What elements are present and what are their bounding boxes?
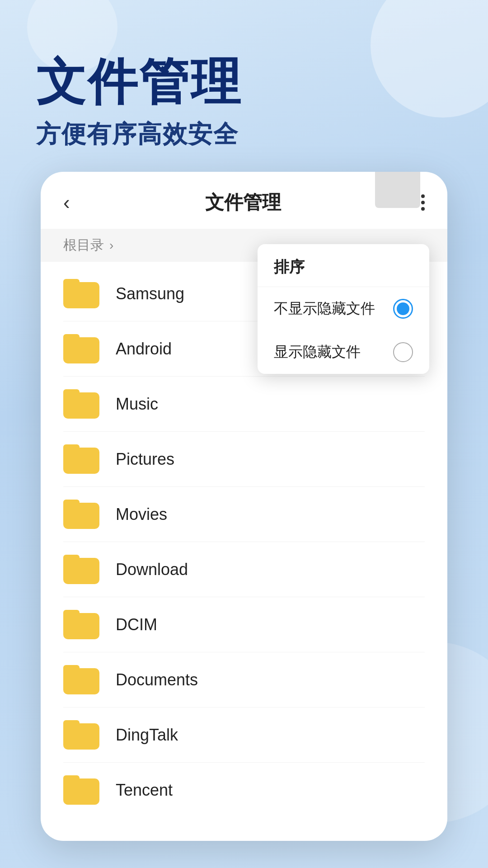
file-item[interactable]: Documents bbox=[41, 652, 447, 707]
folder-body bbox=[63, 282, 99, 308]
dropdown-item-show-hidden[interactable]: 显示隐藏文件 bbox=[258, 330, 429, 374]
folder-icon bbox=[63, 444, 99, 474]
file-name: DingTalk bbox=[116, 726, 178, 745]
radio-inner-dot bbox=[397, 302, 409, 315]
folder-icon bbox=[63, 334, 99, 363]
radio-hide-hidden-selected[interactable] bbox=[393, 299, 413, 319]
folder-body bbox=[63, 448, 99, 474]
folder-body bbox=[63, 723, 99, 750]
file-name: Pictures bbox=[116, 450, 174, 469]
folder-icon bbox=[63, 279, 99, 308]
header-section: 文件管理 方便有序高效安全 bbox=[0, 0, 488, 178]
file-name: Android bbox=[116, 340, 172, 359]
main-title: 文件管理 bbox=[36, 54, 452, 109]
phone-mockup: ‹ 文件管理 根目录 › 排序 不显示隐藏文件 显示隐藏文件 SamsungAn… bbox=[41, 172, 447, 841]
file-item[interactable]: DingTalk bbox=[41, 708, 447, 762]
radio-show-hidden-unselected[interactable] bbox=[393, 342, 413, 362]
folder-icon bbox=[63, 389, 99, 419]
folder-body bbox=[63, 503, 99, 529]
folder-icon bbox=[63, 775, 99, 805]
folder-icon bbox=[63, 665, 99, 694]
folder-icon bbox=[63, 500, 99, 529]
more-dot-2 bbox=[421, 201, 425, 204]
back-button[interactable]: ‹ bbox=[63, 191, 70, 214]
hide-hidden-label: 不显示隐藏文件 bbox=[274, 299, 375, 319]
breadcrumb-arrow: › bbox=[109, 238, 113, 253]
file-item[interactable]: Music bbox=[41, 377, 447, 431]
folder-icon bbox=[63, 720, 99, 750]
file-item[interactable]: DCIM bbox=[41, 597, 447, 652]
sub-title: 方便有序高效安全 bbox=[36, 118, 452, 151]
file-name: Download bbox=[116, 560, 188, 579]
app-bar: ‹ 文件管理 bbox=[41, 172, 447, 229]
file-name: Music bbox=[116, 395, 158, 414]
folder-icon bbox=[63, 610, 99, 639]
dropdown-header-text: 排序 bbox=[274, 258, 305, 275]
folder-body bbox=[63, 337, 99, 363]
file-item[interactable]: Download bbox=[41, 542, 447, 597]
file-item[interactable]: Movies bbox=[41, 487, 447, 542]
app-bar-title: 文件管理 bbox=[84, 190, 403, 215]
dropdown-menu: 排序 不显示隐藏文件 显示隐藏文件 bbox=[258, 244, 429, 374]
more-options-button[interactable] bbox=[421, 194, 425, 211]
more-dot-3 bbox=[421, 207, 425, 211]
folder-body bbox=[63, 558, 99, 584]
file-name: Tencent bbox=[116, 781, 173, 800]
file-name: Documents bbox=[116, 670, 198, 689]
folder-body bbox=[63, 392, 99, 419]
file-name: Movies bbox=[116, 505, 167, 524]
file-item[interactable]: Tencent bbox=[41, 763, 447, 817]
folder-icon bbox=[63, 555, 99, 584]
folder-body bbox=[63, 778, 99, 805]
folder-body bbox=[63, 668, 99, 694]
folder-body bbox=[63, 613, 99, 639]
file-name: DCIM bbox=[116, 615, 157, 634]
file-name: Samsung bbox=[116, 284, 184, 303]
breadcrumb-text: 根目录 bbox=[63, 236, 104, 255]
file-item[interactable]: Pictures bbox=[41, 432, 447, 486]
dropdown-header: 排序 bbox=[258, 244, 429, 287]
more-dot-1 bbox=[421, 194, 425, 198]
show-hidden-label: 显示隐藏文件 bbox=[274, 342, 361, 362]
dropdown-item-hide-hidden[interactable]: 不显示隐藏文件 bbox=[258, 287, 429, 330]
